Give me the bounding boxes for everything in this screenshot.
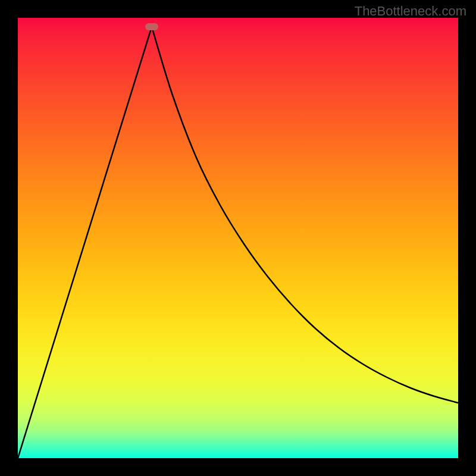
minimum-marker bbox=[145, 23, 158, 30]
bottleneck-curve bbox=[18, 18, 458, 458]
chart-plot-area bbox=[18, 18, 458, 458]
watermark-text: TheBottleneck.com bbox=[355, 4, 466, 19]
